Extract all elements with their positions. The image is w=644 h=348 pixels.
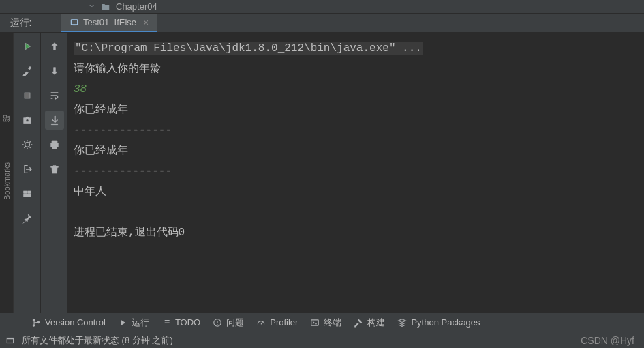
run-tab-row: 运行: Test01_IfElse × (0, 14, 644, 33)
tool-build-label: 构建 (367, 317, 385, 329)
svg-rect-9 (311, 319, 319, 325)
status-text: 所有文件都处于最新状态 (8 分钟 之前) (22, 334, 173, 347)
console-line: 38 (74, 83, 87, 96)
branch-icon (31, 318, 41, 328)
console-line: --------------- (74, 165, 172, 177)
svg-rect-0 (71, 19, 77, 24)
wrap-button[interactable] (45, 86, 64, 105)
breadcrumb-item[interactable]: Chapter04 (116, 1, 157, 12)
tool-problems[interactable]: 问题 (213, 317, 244, 329)
run-tab-title: Test01_IfElse (83, 17, 136, 27)
tool-problems-label: 问题 (226, 317, 244, 329)
run-toolbar-col1 (14, 33, 41, 313)
svg-rect-6 (27, 191, 31, 193)
tool-todo[interactable]: TODO (162, 317, 200, 328)
close-icon[interactable]: × (140, 17, 149, 28)
svg-rect-7 (23, 194, 31, 197)
svg-rect-5 (23, 191, 27, 193)
left-gutter: 绍 Bookmarks (0, 33, 14, 313)
layout-button[interactable] (18, 184, 37, 203)
svg-rect-2 (25, 93, 30, 98)
svg-point-3 (26, 119, 29, 122)
breadcrumb-bar: ﹀ Chapter04 (0, 0, 644, 14)
tool-version-control-label: Version Control (45, 317, 106, 328)
debug-button[interactable] (18, 135, 37, 154)
tool-run[interactable]: 运行 (118, 317, 149, 329)
tool-python-packages[interactable]: Python Packages (397, 317, 480, 328)
hammer-icon (354, 318, 363, 328)
tool-run-label: 运行 (132, 317, 149, 329)
status-bar: 所有文件都处于最新状态 (8 分钟 之前) CSDN @Hyf (0, 332, 644, 348)
svg-rect-1 (73, 24, 76, 25)
folder-icon (101, 2, 110, 12)
window-icon[interactable] (5, 336, 15, 345)
wrench-button[interactable] (18, 61, 37, 81)
tool-todo-label: TODO (175, 317, 200, 328)
gauge-icon (256, 318, 266, 328)
console-output[interactable]: "C:\Program Files\Java\jdk1.8.0_212\bin\… (68, 33, 644, 313)
run-toolbar-col2 (41, 33, 68, 313)
run-toolwindow-label: 运行: (0, 14, 42, 32)
stack-icon (397, 318, 407, 328)
rerun-button[interactable] (18, 37, 37, 56)
tool-version-control[interactable]: Version Control (31, 317, 106, 328)
console-line: --------------- (74, 124, 172, 136)
scroll-to-end-button[interactable] (45, 111, 64, 130)
pin-button[interactable] (18, 209, 37, 228)
bottom-toolbar: Version Control 运行 TODO 问题 Profiler 终端 构… (0, 313, 644, 332)
console-line: 你已经成年 (74, 104, 128, 116)
console-line: 中年人 (74, 186, 106, 198)
tool-terminal-label: 终端 (324, 317, 341, 329)
run-config-icon (70, 18, 79, 27)
stop-button[interactable] (18, 86, 37, 105)
svg-point-4 (25, 143, 29, 147)
tool-profiler-label: Profiler (270, 317, 298, 328)
console-line: 你已经成年 (74, 145, 128, 157)
watermark: CSDN @Hyf (581, 335, 634, 346)
side-tab-bookmarks[interactable]: Bookmarks (3, 162, 11, 200)
list-icon (162, 318, 171, 328)
terminal-icon (310, 318, 320, 328)
delete-button[interactable] (45, 160, 64, 179)
camera-button[interactable] (18, 111, 37, 130)
console-line: 请你输入你的年龄 (74, 63, 161, 75)
play-icon (118, 318, 127, 328)
exit-button[interactable] (18, 160, 37, 179)
print-button[interactable] (45, 135, 64, 154)
run-tab[interactable]: Test01_IfElse × (61, 14, 157, 32)
down-button[interactable] (45, 61, 64, 81)
tool-python-packages-label: Python Packages (411, 317, 480, 328)
svg-rect-11 (7, 338, 13, 339)
tool-profiler[interactable]: Profiler (256, 317, 298, 328)
console-command: "C:\Program Files\Java\jdk1.8.0_212\bin\… (74, 42, 423, 55)
warning-icon (213, 318, 222, 328)
console-line: 进程已结束,退出代码0 (74, 227, 185, 239)
tool-terminal[interactable]: 终端 (310, 317, 341, 329)
tool-build[interactable]: 构建 (354, 317, 385, 329)
up-button[interactable] (45, 37, 64, 56)
chevron-down-icon[interactable]: ﹀ (89, 2, 95, 12)
